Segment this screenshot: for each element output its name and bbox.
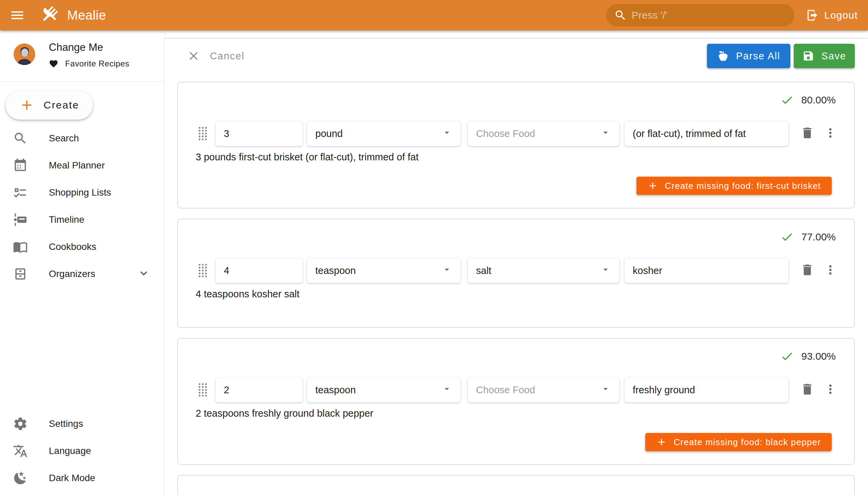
sidebar-divider <box>0 81 164 82</box>
quantity-input[interactable] <box>224 385 294 396</box>
confidence-value: 80.00% <box>801 94 836 106</box>
note-field[interactable] <box>624 377 789 403</box>
ingredient-menu-button[interactable] <box>823 263 837 278</box>
close-icon <box>187 49 200 63</box>
plus-icon <box>656 437 667 447</box>
ingredient-parser-page: Cancel Parse All Save 80.00% <box>165 31 868 495</box>
note-field[interactable] <box>624 121 789 146</box>
sidebar-item-cookbooks[interactable]: Cookbooks <box>0 233 164 260</box>
menu-icon[interactable] <box>10 7 25 23</box>
search-icon <box>614 9 627 22</box>
sidebar-item-search[interactable]: Search <box>0 125 164 152</box>
search-input[interactable] <box>632 10 786 21</box>
sidebar-nav: Search Meal Planner Shopping Lists Timel… <box>0 125 164 288</box>
unit-select[interactable]: pound <box>307 121 461 146</box>
ingredient-menu-button[interactable] <box>823 126 837 141</box>
dropdown-caret-icon <box>600 383 611 397</box>
trash-icon <box>800 382 814 396</box>
checklist-icon <box>13 185 28 200</box>
note-input[interactable] <box>633 265 780 276</box>
create-button[interactable]: Create <box>5 90 93 120</box>
quantity-field[interactable] <box>215 121 303 146</box>
kebab-icon <box>823 126 837 140</box>
app-title: Mealie <box>67 8 106 23</box>
unit-select[interactable]: teaspoon <box>307 377 461 403</box>
timeline-icon <box>13 212 28 227</box>
sidebar-item-language[interactable]: Language <box>0 437 164 464</box>
dropdown-caret-icon <box>441 264 452 277</box>
drag-handle-icon[interactable] <box>197 261 210 280</box>
calendar-icon <box>13 158 28 173</box>
sidebar-bottom-nav: Settings Language Dark Mode <box>0 410 164 495</box>
parse-all-button[interactable]: Parse All <box>707 44 790 68</box>
book-open-icon <box>13 239 28 254</box>
food-select[interactable]: Choose Food <box>467 377 619 403</box>
ingredient-card: 80.00% <box>177 82 855 208</box>
note-field[interactable] <box>624 258 789 283</box>
drag-handle-icon[interactable] <box>197 124 210 143</box>
dropdown-caret-icon <box>441 383 452 397</box>
save-button[interactable]: Save <box>794 44 855 68</box>
food-select[interactable]: Choose Food <box>467 121 619 146</box>
delete-ingredient-button[interactable] <box>800 382 814 398</box>
save-icon <box>802 50 814 62</box>
heart-icon <box>49 59 58 68</box>
ingredient-card: 93.00% <box>177 338 855 465</box>
sidebar-item-timeline[interactable]: Timeline <box>0 206 164 233</box>
original-ingredient-text: 3 pounds first-cut brisket (or flat-cut)… <box>178 152 854 165</box>
user-name: Change Me <box>49 41 130 54</box>
sidebar-item-shopping-lists[interactable]: Shopping Lists <box>0 179 164 206</box>
delete-ingredient-button[interactable] <box>800 263 814 278</box>
gear-icon <box>13 416 28 431</box>
content-divider <box>165 38 868 39</box>
dropdown-caret-icon <box>600 264 611 277</box>
sidebar-item-dark-mode[interactable]: Dark Mode <box>0 464 164 492</box>
dropdown-caret-icon <box>441 127 452 140</box>
global-search[interactable] <box>606 4 795 27</box>
parser-toolbar: Cancel Parse All Save <box>177 41 855 70</box>
moon-icon <box>13 471 28 485</box>
confidence-value: 93.00% <box>801 351 836 362</box>
quantity-input[interactable] <box>224 128 294 139</box>
note-input[interactable] <box>633 385 780 396</box>
check-icon <box>780 349 794 363</box>
quantity-field[interactable] <box>215 258 303 283</box>
check-icon <box>780 93 794 107</box>
delete-ingredient-button[interactable] <box>800 126 814 141</box>
create-missing-food-button[interactable]: Create missing food: first-cut brisket <box>636 177 832 195</box>
sidebar: Change Me Favorite Recipes Create Search… <box>0 31 165 495</box>
original-ingredient-text: 2 teaspoons freshly ground black pepper <box>178 408 854 422</box>
apple-icon <box>717 50 729 62</box>
note-input[interactable] <box>633 128 780 139</box>
ingredient-menu-button[interactable] <box>823 382 837 398</box>
cabinet-icon <box>13 267 28 281</box>
logout-icon <box>806 9 819 22</box>
create-missing-food-button[interactable]: Create missing food: black pepper <box>645 433 832 451</box>
original-ingredient-text: 4 teaspoons kosher salt <box>178 289 854 302</box>
kebab-icon <box>823 382 837 396</box>
food-select[interactable]: salt <box>467 258 619 283</box>
quantity-input[interactable] <box>224 265 294 276</box>
translate-icon <box>13 443 28 458</box>
unit-select[interactable]: teaspoon <box>307 258 461 283</box>
kebab-icon <box>823 263 837 277</box>
plus-icon <box>647 181 658 191</box>
dropdown-caret-icon <box>600 127 611 140</box>
app-bar: Mealie Logout <box>0 0 868 31</box>
sidebar-item-organizers[interactable]: Organizers <box>0 260 164 288</box>
sidebar-item-settings[interactable]: Settings <box>0 410 164 437</box>
user-profile[interactable]: Change Me Favorite Recipes <box>0 31 164 81</box>
drag-handle-icon[interactable] <box>197 380 210 399</box>
ingredient-card: 77.00% <box>177 219 855 328</box>
sidebar-item-meal-planner[interactable]: Meal Planner <box>0 152 164 179</box>
mealie-logo-icon <box>39 4 60 27</box>
plus-icon <box>19 97 35 113</box>
search-icon <box>13 131 28 146</box>
trash-icon <box>800 126 814 140</box>
quantity-field[interactable] <box>215 377 303 403</box>
logout-button[interactable]: Logout <box>806 9 858 22</box>
cancel-button[interactable]: Cancel <box>177 49 244 63</box>
avatar <box>14 44 35 65</box>
favorite-recipes-link[interactable]: Favorite Recipes <box>49 59 130 68</box>
ingredient-card-partial <box>177 475 855 495</box>
